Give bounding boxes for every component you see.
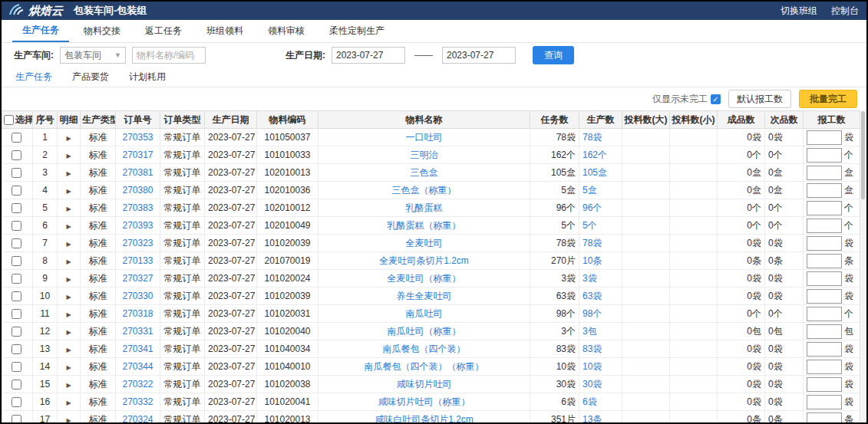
material-name-link[interactable]: 三色盒 <box>411 167 438 178</box>
report-qty-input[interactable] <box>807 412 842 423</box>
main-tab-0[interactable]: 生产任务 <box>12 20 69 42</box>
expand-row-icon[interactable]: ▶ <box>66 223 71 230</box>
produced-qty-link[interactable]: 162个 <box>583 150 607 160</box>
expand-row-icon[interactable]: ▶ <box>66 188 71 195</box>
main-tab-3[interactable]: 班组领料 <box>196 20 253 42</box>
produced-qty-link[interactable]: 10袋 <box>583 361 602 372</box>
workshop-select[interactable]: 包装车间 ▼ <box>60 47 126 64</box>
material-name-link[interactable]: 咸味白吐司条切片1.2cm <box>375 414 474 423</box>
produced-qty-link[interactable]: 5个 <box>583 220 597 231</box>
console-link[interactable]: 控制台 <box>831 5 859 18</box>
produced-qty-link[interactable]: 30袋 <box>583 379 602 389</box>
order-no-link[interactable]: 270330 <box>122 291 153 301</box>
report-qty-input[interactable] <box>807 307 842 321</box>
row-select-checkbox[interactable] <box>12 221 21 231</box>
row-select-checkbox[interactable] <box>12 362 21 372</box>
row-select-checkbox[interactable] <box>12 380 21 389</box>
material-name-link[interactable]: 南瓜餐包（四个装）（称重） <box>365 361 484 372</box>
expand-row-icon[interactable]: ▶ <box>66 382 71 389</box>
report-qty-input[interactable] <box>807 183 842 198</box>
expand-row-icon[interactable]: ▶ <box>66 205 71 212</box>
report-qty-input[interactable] <box>807 342 842 357</box>
report-qty-input[interactable] <box>807 254 842 268</box>
row-select-checkbox[interactable] <box>12 415 21 422</box>
material-name-link[interactable]: 南瓜吐司 <box>406 308 443 319</box>
material-name-link[interactable]: 一口吐司 <box>406 132 443 143</box>
row-select-checkbox[interactable] <box>12 186 21 196</box>
order-no-link[interactable]: 270317 <box>122 150 153 160</box>
produced-qty-link[interactable]: 78袋 <box>583 238 602 248</box>
produced-qty-link[interactable]: 83袋 <box>583 343 602 354</box>
row-select-checkbox[interactable] <box>12 274 21 284</box>
produced-qty-link[interactable]: 3袋 <box>583 273 597 284</box>
row-select-checkbox[interactable] <box>12 291 21 301</box>
expand-row-icon[interactable]: ▶ <box>66 347 71 353</box>
material-name-link[interactable]: 全麦吐司 <box>406 238 443 248</box>
material-search-input[interactable] <box>132 47 206 64</box>
checkbox-checked-icon[interactable]: ✓ <box>711 94 721 104</box>
report-qty-input[interactable] <box>807 236 842 251</box>
material-name-link[interactable]: 养生全麦吐司 <box>397 291 452 301</box>
main-tab-1[interactable]: 物料交接 <box>74 20 130 42</box>
expand-row-icon[interactable]: ▶ <box>66 329 71 336</box>
material-name-link[interactable]: 三明治 <box>411 150 438 160</box>
order-no-link[interactable]: 270380 <box>122 185 153 196</box>
batch-finish-button[interactable]: 批量完工 <box>799 90 857 108</box>
row-select-checkbox[interactable] <box>12 256 21 266</box>
expand-row-icon[interactable]: ▶ <box>66 364 71 371</box>
report-qty-input[interactable] <box>807 130 842 145</box>
produced-qty-link[interactable]: 98个 <box>583 308 602 319</box>
expand-row-icon[interactable]: ▶ <box>66 417 71 422</box>
main-tab-5[interactable]: 柔性定制生产 <box>319 20 394 42</box>
order-no-link[interactable]: 270393 <box>122 220 153 231</box>
expand-row-icon[interactable]: ▶ <box>66 241 71 248</box>
switch-team-link[interactable]: 切换班组 <box>781 5 817 18</box>
order-no-link[interactable]: 270327 <box>122 273 153 284</box>
material-name-link[interactable]: 全麦吐司条切片1.2cm <box>379 255 469 266</box>
vertical-scrollbar[interactable] <box>860 110 866 422</box>
order-no-link[interactable]: 270383 <box>122 202 153 213</box>
order-no-link[interactable]: 270381 <box>122 167 153 178</box>
only-unfinished-toggle[interactable]: 仅显示未完工 ✓ <box>652 93 721 106</box>
material-name-link[interactable]: 三色盒（称重） <box>392 185 457 196</box>
report-qty-input[interactable] <box>807 201 842 215</box>
expand-row-icon[interactable]: ▶ <box>66 258 71 265</box>
report-qty-input[interactable] <box>807 271 842 286</box>
row-select-checkbox[interactable] <box>12 327 21 337</box>
date-to-input[interactable] <box>442 47 516 64</box>
row-select-checkbox[interactable] <box>12 344 21 354</box>
material-name-link[interactable]: 咸味切片吐司 <box>397 379 452 389</box>
order-no-link[interactable]: 270322 <box>122 379 153 389</box>
default-report-qty-button[interactable]: 默认报工数 <box>728 90 791 108</box>
report-qty-input[interactable] <box>807 324 842 339</box>
row-select-checkbox[interactable] <box>12 150 21 160</box>
order-no-link[interactable]: 270353 <box>122 132 153 143</box>
main-tab-4[interactable]: 领料审核 <box>258 20 315 42</box>
produced-qty-link[interactable]: 105盒 <box>583 167 607 178</box>
report-qty-input[interactable] <box>807 219 842 233</box>
expand-row-icon[interactable]: ▶ <box>66 170 71 177</box>
sub-tab-0[interactable]: 生产任务 <box>15 71 52 84</box>
row-select-checkbox[interactable] <box>12 309 21 319</box>
report-qty-input[interactable] <box>807 395 842 409</box>
produced-qty-link[interactable]: 13条 <box>583 414 602 423</box>
order-no-link[interactable]: 270331 <box>122 326 153 337</box>
material-name-link[interactable]: 南瓜吐司（称重） <box>388 326 461 337</box>
sub-tab-1[interactable]: 产品要货 <box>72 71 109 84</box>
order-no-link[interactable]: 270133 <box>122 255 153 266</box>
select-all-checkbox[interactable] <box>4 115 14 125</box>
row-select-checkbox[interactable] <box>12 203 21 213</box>
search-button[interactable]: 查询 <box>533 46 574 64</box>
order-no-link[interactable]: 270341 <box>122 343 153 354</box>
row-select-checkbox[interactable] <box>12 168 21 178</box>
material-name-link[interactable]: 南瓜餐包（四个装） <box>383 343 466 354</box>
date-from-input[interactable] <box>332 47 405 64</box>
produced-qty-link[interactable]: 6袋 <box>583 396 597 407</box>
row-select-checkbox[interactable] <box>12 397 21 407</box>
row-select-checkbox[interactable] <box>12 133 21 143</box>
order-no-link[interactable]: 270324 <box>122 414 153 422</box>
order-no-link[interactable]: 270323 <box>122 238 153 248</box>
report-qty-input[interactable] <box>807 360 842 374</box>
produced-qty-link[interactable]: 3包 <box>583 326 597 337</box>
row-select-checkbox[interactable] <box>12 238 21 248</box>
